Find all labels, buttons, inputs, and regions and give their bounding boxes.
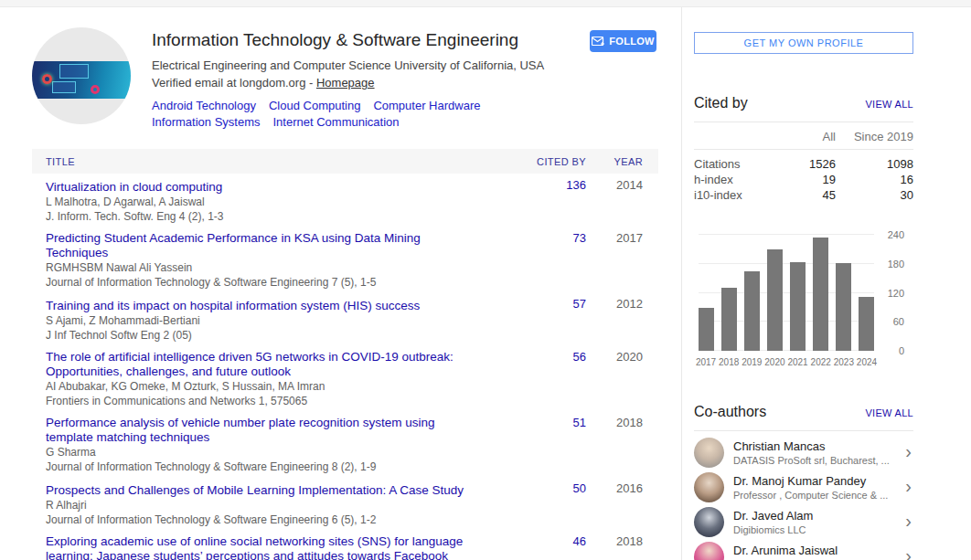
chart-bar-2017[interactable] bbox=[699, 308, 714, 351]
stats-value-all: 45 bbox=[772, 188, 836, 202]
stats-col-all: All bbox=[772, 130, 836, 143]
coauthor-avatar bbox=[694, 472, 724, 502]
work-title-link[interactable]: Virtualization in cloud computing bbox=[46, 180, 222, 195]
chart-bars bbox=[699, 235, 874, 351]
work-title-link[interactable]: Prospects and Challenges of Mobile Learn… bbox=[46, 483, 464, 498]
publications-rows: Virtualization in cloud computingL Malho… bbox=[32, 174, 658, 560]
work-year: 2020 bbox=[586, 350, 643, 408]
coauthor-list-item[interactable]: Dr. Manoj Kumar PandeyProfessor , Comput… bbox=[694, 470, 913, 504]
coauthors-list: Christian MancasDATASIS ProSoft srl, Buc… bbox=[694, 435, 913, 560]
chevron-right-icon: › bbox=[900, 546, 913, 560]
chart-x-tick-label: 2024 bbox=[856, 357, 878, 367]
work-venue: Journal of Information Technology & Soft… bbox=[46, 275, 481, 290]
work-venue: J Inf Technol Softw Eng 2 (05) bbox=[46, 328, 481, 343]
chart-x-tick-label: 2017 bbox=[695, 357, 717, 367]
chart-x-tick-label: 2021 bbox=[787, 357, 809, 367]
chart-bar-2021[interactable] bbox=[790, 262, 806, 351]
work-cited-by-link[interactable]: 73 bbox=[490, 231, 586, 290]
work-venue: Journal of Information Technology & Soft… bbox=[46, 460, 481, 474]
work-year: 2018 bbox=[586, 416, 643, 474]
cited-by-section-header: Cited by VIEW ALL bbox=[694, 95, 913, 111]
chart-bar-2022[interactable] bbox=[813, 238, 828, 351]
sort-by-year-header[interactable]: YEAR bbox=[586, 156, 643, 167]
homepage-link[interactable]: Homepage bbox=[316, 76, 375, 90]
profile-affiliation: Electrical Engineering and Computer Scie… bbox=[152, 58, 658, 72]
chart-y-tick-label: 0 bbox=[899, 345, 904, 356]
divider bbox=[694, 430, 913, 431]
divider bbox=[694, 122, 913, 122]
chart-x-tick-label: 2018 bbox=[718, 357, 740, 367]
stats-col-since: Since 2019 bbox=[836, 130, 913, 143]
stats-value-since: 1098 bbox=[836, 157, 913, 171]
follow-button[interactable]: FOLLOW bbox=[590, 30, 656, 52]
chevron-right-icon: › bbox=[900, 512, 913, 532]
follow-button-label: FOLLOW bbox=[609, 36, 654, 47]
work-title-link[interactable]: Predicting Student Academic Performance … bbox=[46, 231, 481, 260]
work-cited-by-link[interactable]: 56 bbox=[490, 350, 586, 408]
work-cited-by-link[interactable]: 50 bbox=[490, 481, 586, 527]
coauthor-name-link[interactable]: Dr. Manoj Kumar Pandey bbox=[733, 474, 866, 488]
coauthor-affiliation: DATASIS ProSoft srl, Bucharest, ... bbox=[733, 454, 900, 467]
work-title-link[interactable]: Training and its impact on hospital info… bbox=[46, 299, 420, 313]
work-info: Virtualization in cloud computingL Malho… bbox=[46, 178, 490, 224]
work-title-link[interactable]: The role of artificial intelligence driv… bbox=[46, 350, 481, 379]
coauthor-text: Dr. Manoj Kumar PandeyProfessor , Comput… bbox=[733, 472, 900, 502]
work-venue: J. Inform. Tech. Softw. Eng 4 (2), 1-3 bbox=[46, 209, 481, 224]
work-cited-by-link[interactable]: 46 bbox=[490, 534, 586, 560]
chart-x-tick-label: 2023 bbox=[833, 357, 855, 367]
chart-x-tick-label: 2020 bbox=[763, 357, 785, 367]
chart-bar-2023[interactable] bbox=[836, 263, 851, 351]
coauthor-affiliation: Digibiomics LLC bbox=[733, 523, 900, 536]
chart-bar-2024[interactable] bbox=[859, 297, 874, 351]
work-cited-by-link[interactable]: 51 bbox=[490, 416, 586, 474]
stats-label: i10-index bbox=[694, 188, 772, 202]
work-year: 2016 bbox=[586, 481, 643, 527]
profile-avatar[interactable] bbox=[32, 27, 131, 124]
interest-link[interactable]: Information Systems bbox=[152, 114, 261, 130]
coauthor-text: Christian MancasDATASIS ProSoft srl, Buc… bbox=[733, 438, 900, 467]
coauthor-name-link[interactable]: Dr. Arunima Jaiswal bbox=[733, 544, 838, 557]
chevron-right-icon: › bbox=[900, 442, 913, 462]
work-year: 2018 bbox=[586, 534, 643, 560]
work-cited-by-link[interactable]: 57 bbox=[490, 297, 586, 343]
coauthor-avatar bbox=[694, 507, 724, 537]
chart-bar-2018[interactable] bbox=[721, 288, 737, 351]
stats-label: Citations bbox=[694, 157, 772, 171]
sort-by-title-header[interactable]: TITLE bbox=[32, 156, 490, 167]
coauthor-name-link[interactable]: Dr. Javed Alam bbox=[733, 509, 813, 523]
coauthor-list-item[interactable]: Dr. Javed AlamDigibiomics LLC› bbox=[694, 504, 913, 539]
coauthor-name-link[interactable]: Christian Mancas bbox=[733, 439, 825, 453]
publications-table-header: TITLE CITED BY YEAR bbox=[32, 149, 658, 174]
interest-link[interactable]: Computer Hardware bbox=[373, 98, 480, 113]
coauthor-list-item[interactable]: Christian MancasDATASIS ProSoft srl, Buc… bbox=[694, 435, 913, 470]
work-authors: G Sharma bbox=[46, 445, 481, 460]
cited-by-view-all-link[interactable]: VIEW ALL bbox=[865, 99, 913, 110]
citations-per-year-chart: 0601201802402017201820192020202120222023… bbox=[694, 230, 913, 367]
work-info: Prospects and Challenges of Mobile Learn… bbox=[46, 481, 490, 527]
sidebar: GET MY OWN PROFILE Cited by VIEW ALL All… bbox=[681, 7, 971, 560]
sort-by-citations-header[interactable]: CITED BY bbox=[490, 156, 586, 167]
work-info: The role of artificial intelligence driv… bbox=[46, 350, 490, 408]
coauthor-list-item[interactable]: Dr. Arunima JaiswalIndira Gandhi Delhi T… bbox=[694, 539, 913, 560]
publications-table: TITLE CITED BY YEAR Virtualization in cl… bbox=[32, 149, 658, 560]
work-cited-by-link[interactable]: 136 bbox=[490, 178, 586, 224]
work-year: 2012 bbox=[586, 297, 643, 343]
interest-link[interactable]: Cloud Computing bbox=[269, 98, 360, 113]
page-title: Information Technology & Software Engine… bbox=[152, 30, 658, 50]
envelope-plus-icon bbox=[592, 37, 604, 47]
work-authors: RGMHSBM Nawal Ali Yassein bbox=[46, 260, 481, 275]
top-bar bbox=[0, 0, 971, 7]
get-my-own-profile-button[interactable]: GET MY OWN PROFILE bbox=[694, 32, 913, 54]
interest-link[interactable]: Internet Communication bbox=[273, 114, 400, 130]
work-year: 2014 bbox=[586, 178, 643, 224]
coauthor-text: Dr. Arunima JaiswalIndira Gandhi Delhi T… bbox=[733, 542, 900, 560]
chart-bar-2020[interactable] bbox=[767, 249, 783, 351]
stats-label: h-index bbox=[694, 173, 772, 186]
work-title-link[interactable]: Performance analysis of vehicle number p… bbox=[46, 416, 481, 445]
work-title-link[interactable]: Exploring academic use of online social … bbox=[46, 534, 481, 560]
coauthors-view-all-link[interactable]: VIEW ALL bbox=[865, 407, 913, 418]
interest-link[interactable]: Android Technology bbox=[152, 98, 256, 113]
citation-stats-row: i10-index4530 bbox=[694, 187, 913, 203]
chart-bar-2019[interactable] bbox=[744, 271, 760, 351]
work-info: Performance analysis of vehicle number p… bbox=[46, 416, 490, 474]
